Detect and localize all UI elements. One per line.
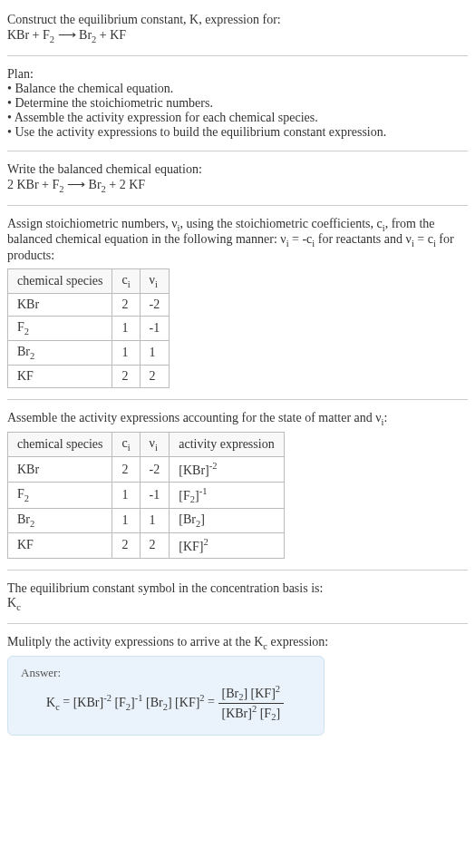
sub: 2 <box>30 351 34 361</box>
text: = -c <box>289 232 313 246</box>
separator <box>7 399 468 400</box>
cell: Br2 <box>8 509 112 533</box>
kc-lhs: Kc <box>46 696 60 709</box>
cell: 2 <box>112 533 140 559</box>
text: F <box>17 487 24 501</box>
cell: 2 <box>140 533 170 559</box>
prompt-line1: Construct the equilibrium constant, K, e… <box>7 13 468 27</box>
text: : <box>384 411 388 424</box>
table-row: Br2 1 1 [Br2] <box>8 509 285 533</box>
table-row: KF 2 2 [KF]2 <box>8 533 285 559</box>
term: [KBr]-2 <box>73 696 111 709</box>
cell: F2 <box>8 482 112 508</box>
sub: i <box>128 443 131 453</box>
eq-arrow: ⟶ <box>64 178 89 191</box>
cell: -2 <box>140 293 170 316</box>
plan-bullet: • Assemble the activity expression for e… <box>7 111 468 125</box>
cell: F2 <box>8 316 112 340</box>
sup: 2 <box>276 684 280 694</box>
eq-text: 2 KBr + F <box>7 178 59 191</box>
col-header: ci <box>112 433 140 457</box>
sub: 2 <box>30 519 34 529</box>
equals: = <box>60 696 73 709</box>
symbol-line1: The equilibrium constant symbol in the c… <box>7 581 468 596</box>
cell: 1 <box>140 509 170 533</box>
text: = c <box>414 232 433 246</box>
answer-label: Answer: <box>21 666 311 680</box>
text: [KBr] <box>179 463 208 477</box>
sub: i <box>155 443 158 453</box>
table-header-row: chemical species ci νi activity expressi… <box>8 433 285 457</box>
cell: KBr <box>8 293 112 316</box>
cell: -2 <box>140 457 170 483</box>
cell: 2 <box>112 457 140 483</box>
text: [Br <box>143 696 163 709</box>
table-row: F2 1 -1 <box>8 316 170 340</box>
text: [KBr] <box>222 706 252 719</box>
sub: 2 <box>24 327 29 336</box>
eq-text: Br <box>89 178 102 191</box>
symbol-section: The equilibrium constant symbol in the c… <box>7 576 468 618</box>
assign-section: Assign stoichiometric numbers, νi, using… <box>7 211 468 394</box>
eq-text: + 2 KF <box>106 178 145 191</box>
separator <box>7 570 468 571</box>
kc-symbol: Kc <box>7 596 468 612</box>
text: [F <box>179 488 189 502</box>
eq-arrow: ⟶ <box>54 28 79 42</box>
plan-heading: Plan: <box>7 67 468 82</box>
fraction-denominator: [KBr]2 [F2] <box>218 704 285 722</box>
text: ] <box>276 706 280 719</box>
sup: -2 <box>103 693 111 703</box>
table-row: F2 1 -1 [F2]-1 <box>8 482 285 508</box>
col-header: activity expression <box>170 433 284 457</box>
balanced-heading: Write the balanced chemical equation: <box>7 162 468 177</box>
text: [F <box>111 696 126 709</box>
col-header: chemical species <box>8 269 112 294</box>
cell: [KF]2 <box>170 533 284 559</box>
text: [KF] <box>179 540 203 553</box>
sup: -1 <box>199 486 208 496</box>
plan-bullet: • Balance the chemical equation. <box>7 82 468 96</box>
term: [KF]2 <box>172 696 205 709</box>
sup: -2 <box>209 461 218 471</box>
table-header-row: chemical species ci νi <box>8 269 170 294</box>
text: expression: <box>267 635 328 649</box>
cell: KF <box>8 533 112 559</box>
term: [F2]-1 <box>111 696 143 709</box>
cell: -1 <box>140 316 170 340</box>
cell: [F2]-1 <box>170 482 284 508</box>
plan-bullet: • Use the activity expressions to build … <box>7 125 468 140</box>
balanced-section: Write the balanced chemical equation: 2 … <box>7 157 468 200</box>
multiply-text: Mulitply the activity expressions to arr… <box>7 635 468 651</box>
term: [Br2] <box>143 696 172 709</box>
table-row: KBr 2 -2 <box>8 293 170 316</box>
text: [Br <box>179 512 196 526</box>
col-header: chemical species <box>8 433 112 457</box>
text: ] <box>200 512 205 526</box>
sub: i <box>155 279 158 289</box>
balanced-equation: 2 KBr + F2 ⟶ Br2 + 2 KF <box>7 177 468 194</box>
text: K <box>46 696 55 709</box>
fraction: [Br2] [KF]2[KBr]2 [F2] <box>218 684 285 722</box>
text: Br <box>17 345 30 358</box>
sub: i <box>128 279 131 289</box>
stoich-table-2: chemical species ci νi activity expressi… <box>7 432 285 558</box>
stoich-table-1: chemical species ci νi KBr 2 -2 F2 1 -1 … <box>7 268 170 387</box>
sup: 2 <box>204 537 208 547</box>
text: for reactants and ν <box>315 232 412 246</box>
plan-bullet: • Determine the stoichiometric numbers. <box>7 96 468 111</box>
multiply-section: Mulitply the activity expressions to arr… <box>7 629 468 742</box>
eq-text: Br <box>79 28 92 42</box>
cell: KF <box>8 365 112 387</box>
text: [F <box>257 706 271 719</box>
eq-text: + KF <box>96 28 126 42</box>
equals: = <box>205 696 218 709</box>
text: F <box>17 320 24 334</box>
text: Br <box>17 512 30 526</box>
cell: [Br2] <box>170 509 284 533</box>
answer-expression: Kc = [KBr]-2 [F2]-1 [Br2] [KF]2 = [Br2] … <box>21 684 311 722</box>
col-header: νi <box>140 433 170 457</box>
assemble-text: Assemble the activity expressions accoun… <box>7 411 468 427</box>
plan-section: Plan: • Balance the chemical equation. •… <box>7 62 468 145</box>
text: Assign stoichiometric numbers, ν <box>7 217 178 230</box>
